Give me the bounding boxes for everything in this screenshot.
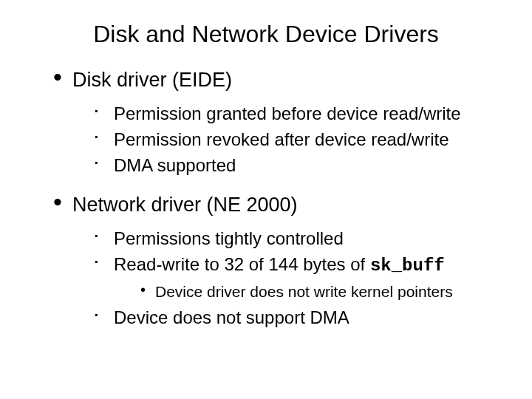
list-item-label: Permissions tightly controlled [114,228,344,248]
sub-list: Permission granted before device read/wr… [72,102,495,177]
list-item: Device does not support DMA [95,306,495,329]
list-item: Permission granted before device read/wr… [95,102,495,125]
list-item-label: DMA supported [114,155,236,175]
list-item-label: Network driver (NE 2000) [72,194,298,216]
list-item-label: Device driver does not write kernel poin… [155,283,453,300]
list-item: Device driver does not write kernel poin… [140,282,495,301]
subsub-list: Device driver does not write kernel poin… [114,282,495,301]
list-item-label: Disk driver (EIDE) [72,69,232,91]
list-item-label: Read-write to 32 of 144 bytes of [114,254,370,274]
list-item-label: Permission granted before device read/wr… [114,103,461,123]
list-item: Permission revoked after device read/wri… [95,128,495,151]
list-item-label: Permission revoked after device read/wri… [114,129,449,149]
list-item-label: Device does not support DMA [114,307,349,327]
list-item: DMA supported [95,154,495,177]
list-item: Network driver (NE 2000) Permissions tig… [53,194,495,330]
sub-list: Permissions tightly controlled Read-writ… [72,227,495,330]
list-item: Disk driver (EIDE) Permission granted be… [53,69,495,177]
list-item: Read-write to 32 of 144 bytes of sk_buff… [95,253,495,301]
bullet-list: Disk driver (EIDE) Permission granted be… [37,69,495,329]
code-token: sk_buff [370,256,445,276]
list-item: Permissions tightly controlled [95,227,495,250]
slide-title: Disk and Network Device Drivers [37,21,495,48]
